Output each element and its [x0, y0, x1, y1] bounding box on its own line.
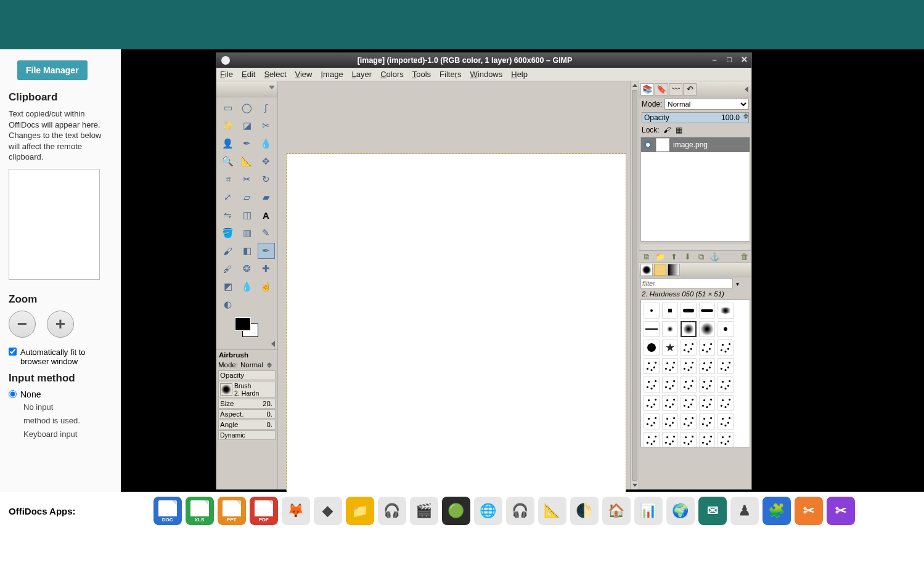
- tool-text[interactable]: A: [258, 207, 275, 223]
- tool-foreground[interactable]: 👤: [219, 136, 237, 152]
- tool-align[interactable]: ⌗: [219, 171, 237, 187]
- layer-mode-combo[interactable]: Normal: [664, 99, 749, 110]
- brush-item[interactable]: [699, 321, 715, 337]
- app-sweet[interactable]: 🏠: [602, 497, 631, 525]
- tab-paths-icon[interactable]: 〰: [669, 83, 682, 96]
- tool-crop[interactable]: ✂: [239, 171, 256, 187]
- brush-item[interactable]: [644, 340, 660, 356]
- menu-select[interactable]: Select: [264, 70, 286, 79]
- app-lmms[interactable]: 🟢: [442, 497, 470, 525]
- brush-item[interactable]: [699, 432, 715, 447]
- app-gimp[interactable]: 🦊: [282, 497, 310, 525]
- app-files[interactable]: 📁: [346, 497, 374, 525]
- brush-item[interactable]: [662, 377, 678, 393]
- layer-opacity-slider[interactable]: Opacity 100.0: [642, 112, 749, 123]
- app-browser[interactable]: 🌍: [666, 497, 695, 525]
- brush-item[interactable]: [718, 432, 734, 447]
- brush-item[interactable]: [718, 413, 734, 430]
- brush-item[interactable]: [699, 340, 715, 356]
- tool-dodge[interactable]: ◐: [219, 296, 237, 312]
- brush-item[interactable]: [662, 321, 678, 337]
- tool-eraser[interactable]: ◧: [239, 243, 256, 259]
- app-video[interactable]: 🎬: [410, 497, 438, 525]
- layer-visibility-icon[interactable]: [644, 140, 652, 149]
- brush-item[interactable]: [718, 377, 734, 393]
- menu-view[interactable]: View: [295, 70, 313, 79]
- tool-pencil[interactable]: ✎: [258, 225, 275, 241]
- lock-alpha-icon[interactable]: ▦: [676, 126, 684, 134]
- tool-heal[interactable]: ✚: [258, 261, 275, 277]
- close-button[interactable]: ✕: [739, 56, 749, 65]
- tool-free-select[interactable]: ʃ: [258, 100, 275, 116]
- app-pdf[interactable]: PDF: [250, 497, 278, 525]
- tool-mode-combo[interactable]: Normal: [239, 361, 264, 368]
- brush-item[interactable]: [718, 358, 734, 374]
- tool-flip[interactable]: ⇋: [219, 207, 237, 223]
- brush-item[interactable]: [662, 303, 678, 319]
- brush-filter-input[interactable]: [640, 279, 733, 288]
- tool-shear[interactable]: ▱: [239, 189, 256, 205]
- tool-ellipse-select[interactable]: ◯: [239, 100, 256, 116]
- brush-item[interactable]: [681, 432, 697, 447]
- app-doc[interactable]: DOC: [153, 497, 182, 525]
- tool-airbrush[interactable]: ✒: [258, 243, 275, 259]
- brush-thumb-icon[interactable]: [220, 383, 232, 396]
- foreground-color[interactable]: [235, 317, 251, 331]
- brush-filter-dropdown-icon[interactable]: ▾: [736, 280, 739, 287]
- brush-item[interactable]: [699, 303, 715, 319]
- canvas-vertical-scrollbar[interactable]: [630, 81, 639, 489]
- tool-rotate[interactable]: ↻: [258, 171, 275, 187]
- tab-patterns-icon[interactable]: [654, 264, 666, 276]
- brush-item[interactable]: [718, 395, 734, 411]
- tool-perspective[interactable]: ▰: [258, 189, 275, 205]
- tool-angle-row[interactable]: Angle 0.: [218, 420, 276, 430]
- brush-item[interactable]: [644, 321, 660, 337]
- app-eclipse[interactable]: 🌓: [570, 497, 599, 525]
- brush-item[interactable]: [644, 413, 660, 430]
- brush-item[interactable]: [699, 358, 715, 374]
- tool-smudge[interactable]: ☝: [258, 279, 275, 295]
- tab-gradients-icon[interactable]: [668, 264, 680, 276]
- maximize-button[interactable]: □: [724, 56, 734, 65]
- layer-thumbnail[interactable]: [656, 138, 669, 152]
- tool-perspective-clone[interactable]: ◩: [219, 279, 237, 295]
- zoom-out-button[interactable]: −: [9, 311, 36, 338]
- autofit-checkbox-row[interactable]: Automatically fit to browser window: [9, 348, 112, 366]
- zoom-in-button[interactable]: +: [47, 311, 74, 338]
- dock-menu-icon[interactable]: [745, 86, 748, 92]
- brush-item[interactable]: [644, 303, 660, 319]
- menu-image[interactable]: Image: [321, 70, 343, 79]
- tool-paintbrush[interactable]: 🖌: [219, 243, 237, 259]
- brush-item[interactable]: [718, 303, 734, 319]
- toolbox-tab-bar[interactable]: [216, 81, 277, 97]
- layer-anchor-icon[interactable]: ⚓: [709, 252, 719, 262]
- menu-tools[interactable]: Tools: [412, 70, 431, 79]
- app-audio2[interactable]: 🎧: [506, 497, 534, 525]
- app-project[interactable]: 📊: [634, 497, 663, 525]
- brush-item[interactable]: [699, 395, 715, 411]
- tool-rect-select[interactable]: ▭: [219, 100, 237, 116]
- tool-measure[interactable]: 📐: [239, 153, 256, 169]
- tool-scissors[interactable]: ✂: [258, 118, 275, 134]
- brush-item[interactable]: [644, 377, 660, 393]
- image-canvas[interactable]: [287, 154, 626, 493]
- tool-zoom[interactable]: 🔍: [219, 153, 237, 169]
- autofit-checkbox[interactable]: [9, 348, 17, 356]
- tool-clone[interactable]: ❂: [239, 261, 256, 277]
- tool-scale[interactable]: ⤢: [219, 189, 237, 205]
- app-cut1[interactable]: ✂: [795, 497, 823, 525]
- layer-down-icon[interactable]: ⬇: [682, 252, 692, 262]
- brush-item[interactable]: [681, 358, 697, 374]
- menu-colors[interactable]: Colors: [380, 70, 404, 79]
- brush-item[interactable]: [681, 303, 697, 319]
- layer-group-icon[interactable]: 📁: [655, 252, 665, 262]
- dock-collapse-icon[interactable]: [216, 341, 277, 349]
- tab-layers-icon[interactable]: 📚: [640, 83, 654, 96]
- brush-item[interactable]: [662, 358, 678, 374]
- tool-move[interactable]: ✥: [258, 153, 275, 169]
- app-globe[interactable]: 🌐: [474, 497, 502, 525]
- tool-blend[interactable]: ▥: [239, 225, 256, 241]
- clipboard-textarea[interactable]: [9, 169, 100, 280]
- fg-bg-color-selector[interactable]: [234, 317, 261, 340]
- app-dia[interactable]: 📐: [538, 497, 566, 525]
